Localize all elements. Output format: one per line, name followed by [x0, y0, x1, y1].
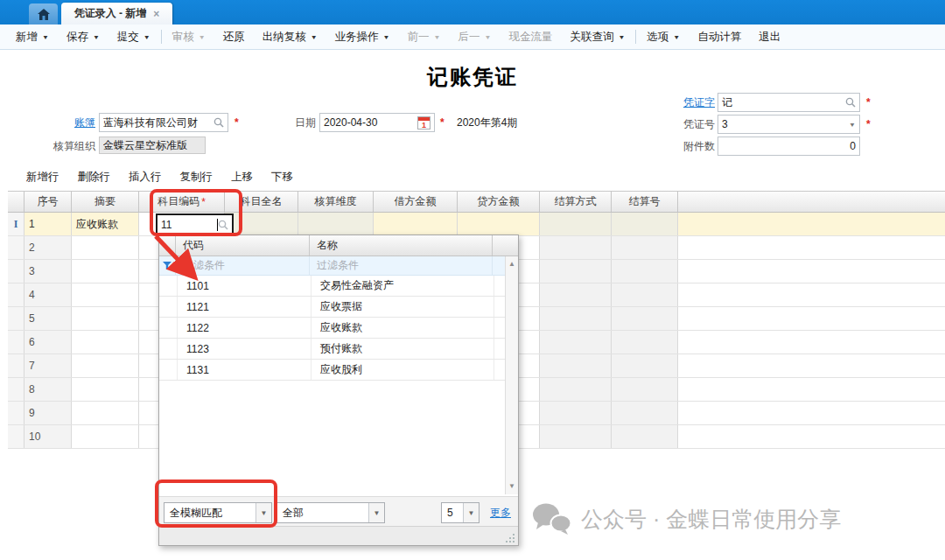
grid-cell[interactable]: I [8, 213, 24, 235]
grid-cell[interactable]: 1 [24, 213, 72, 235]
ledger-field[interactable]: 蓝海科技有限公司财 [99, 113, 228, 132]
magnifier-icon[interactable] [218, 220, 228, 230]
grid-header-借方金额[interactable]: 借方金额 [374, 192, 458, 212]
grid-cell[interactable] [612, 425, 678, 448]
grid-cell[interactable] [540, 425, 612, 448]
resize-grip-icon[interactable] [506, 533, 515, 542]
attachment-field[interactable]: 0 [718, 136, 860, 156]
grid-header-科目编码[interactable]: 科目编码* [139, 192, 225, 212]
grid-header-科目全名[interactable]: 科目全名 [225, 192, 298, 212]
grid-cell[interactable] [678, 284, 945, 306]
chevron-down-icon[interactable]: ▼ [484, 33, 491, 40]
grid-cell[interactable] [612, 402, 678, 424]
grid-cell[interactable] [678, 236, 945, 259]
lookup-header-code[interactable]: 代码 [176, 235, 310, 256]
grid-cell[interactable]: 2 [24, 236, 72, 259]
ledger-label-link[interactable]: 账簿 [35, 113, 95, 132]
voucher-no-field[interactable]: 3 ▼ [718, 115, 860, 134]
chevron-down-icon[interactable]: ▼ [199, 33, 206, 40]
page-size-select[interactable]: 5 ▼ [441, 502, 480, 523]
chevron-down-icon[interactable]: ▼ [618, 33, 625, 40]
grid-cell[interactable] [540, 354, 612, 377]
toolbar-item[interactable]: 业务操作▼ [326, 24, 399, 49]
grid-cell[interactable]: 9 [24, 402, 72, 424]
grid-cell[interactable] [678, 260, 945, 283]
grid-cell[interactable] [612, 236, 678, 259]
row-action-删除行[interactable]: 删除行 [78, 170, 111, 185]
grid-cell[interactable] [612, 284, 678, 306]
toolbar-item[interactable]: 保存▼ [58, 24, 108, 49]
grid-cell[interactable] [540, 260, 612, 283]
magnifier-icon[interactable] [845, 97, 856, 108]
grid-cell[interactable] [8, 236, 24, 259]
toolbar-item[interactable]: 选项▼ [638, 24, 689, 49]
grid-cell[interactable] [678, 213, 945, 235]
toolbar-item[interactable]: 自动计算 [689, 24, 750, 49]
grid-cell[interactable]: 6 [24, 331, 72, 354]
account-code-input[interactable]: 11 [156, 214, 234, 235]
grid-cell[interactable] [678, 425, 945, 448]
toolbar-item[interactable]: 后一▼ [449, 24, 500, 49]
grid-cell[interactable] [612, 354, 678, 377]
grid-cell[interactable] [540, 307, 612, 330]
chevron-down-icon[interactable]: ▼ [849, 121, 856, 128]
more-link[interactable]: 更多 [490, 506, 511, 521]
lookup-row[interactable]: 1131应收股利 [159, 360, 518, 381]
chevron-down-icon[interactable]: ▼ [368, 503, 384, 522]
toolbar-item[interactable]: 现金流量 [500, 24, 561, 49]
toolbar-item[interactable]: 关联查询▼ [561, 24, 634, 49]
toolbar-item[interactable]: 提交▼ [108, 24, 159, 49]
grid-header-序号[interactable]: 序号 [24, 192, 72, 212]
caret-down-icon[interactable]: ▼ [506, 480, 518, 493]
grid-cell[interactable] [540, 402, 612, 424]
grid-cell[interactable] [540, 284, 612, 306]
toolbar-item[interactable]: 新增▼ [7, 24, 58, 49]
grid-cell[interactable] [72, 354, 139, 377]
chevron-down-icon[interactable]: ▼ [463, 503, 479, 522]
grid-cell[interactable] [8, 378, 24, 401]
grid-cell[interactable] [540, 331, 612, 354]
grid-cell[interactable] [72, 307, 139, 330]
magnifier-icon[interactable] [214, 117, 224, 128]
grid-cell[interactable] [612, 331, 678, 354]
date-field[interactable]: 2020-04-30 1 [319, 113, 435, 132]
grid-cell[interactable] [8, 402, 24, 424]
grid-cell[interactable] [678, 378, 945, 401]
grid-cell[interactable]: 8 [24, 378, 72, 401]
grid-cell[interactable]: 应收账款 [72, 213, 139, 235]
grid-header-摘要[interactable]: 摘要 [72, 192, 139, 212]
row-action-下移[interactable]: 下移 [271, 170, 293, 185]
grid-cell[interactable]: 5 [24, 307, 72, 330]
grid-cell[interactable] [298, 213, 374, 235]
grid-cell[interactable]: 10 [24, 425, 72, 448]
funnel-icon[interactable] [159, 256, 176, 275]
voucher-word-field[interactable]: 记 [718, 93, 860, 112]
grid-header-核算维度[interactable]: 核算维度 [298, 192, 374, 212]
grid-cell[interactable] [458, 213, 540, 235]
lookup-row[interactable]: 1121应收票据 [159, 297, 518, 318]
grid-cell[interactable] [72, 425, 139, 448]
grid-cell[interactable] [612, 213, 678, 235]
calendar-icon[interactable]: 1 [417, 116, 430, 130]
toolbar-item[interactable]: 还原 [214, 24, 254, 49]
grid-header-结算号[interactable]: 结算号 [612, 192, 678, 212]
chevron-down-icon[interactable]: ▼ [42, 33, 49, 40]
grid-row[interactable]: I1应收账款 [8, 213, 945, 236]
lookup-row[interactable]: 1101交易性金融资产 [159, 276, 518, 297]
grid-cell[interactable] [8, 331, 24, 354]
row-action-新增行[interactable]: 新增行 [26, 170, 60, 185]
chevron-down-icon[interactable]: ▼ [383, 33, 390, 40]
grid-cell[interactable] [540, 236, 612, 259]
match-mode-select[interactable]: 全模糊匹配 ▼ [164, 502, 272, 523]
grid-cell[interactable] [72, 331, 139, 354]
lookup-row[interactable]: 1122应收账款 [159, 318, 518, 339]
grid-cell[interactable] [8, 260, 24, 283]
chevron-down-icon[interactable]: ▼ [673, 33, 680, 40]
lookup-header-name[interactable]: 名称 [310, 235, 493, 256]
lookup-scrollbar[interactable]: ▲ ▼ [505, 256, 518, 494]
grid-cell[interactable] [8, 307, 24, 330]
grid-cell[interactable] [612, 378, 678, 401]
chevron-down-icon[interactable]: ▼ [144, 33, 150, 40]
chevron-down-icon[interactable]: ▼ [311, 33, 318, 40]
grid-cell[interactable] [72, 284, 139, 306]
